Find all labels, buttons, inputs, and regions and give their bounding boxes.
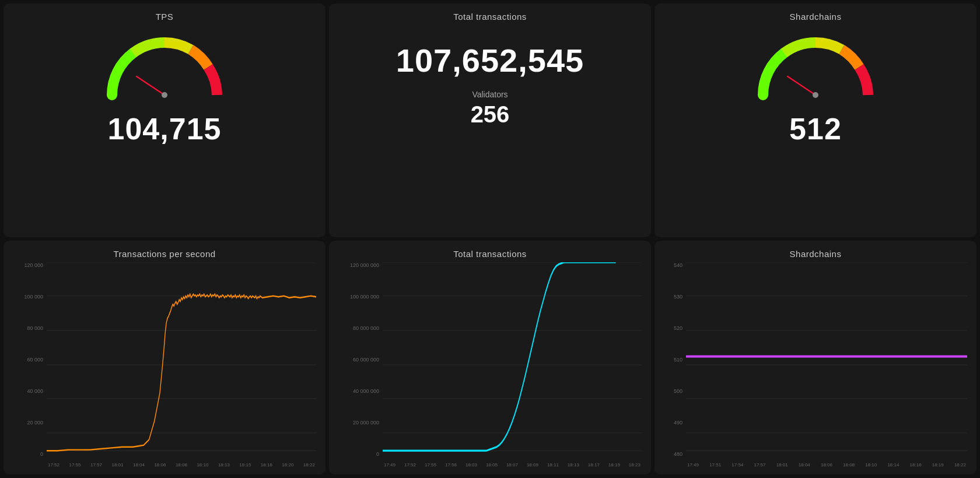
shardchains-value: 512	[789, 111, 842, 146]
total-tx-chart-area: 120 000 000 100 000 000 80 000 000 60 00…	[338, 262, 642, 468]
tps-value: 104,715	[108, 111, 222, 146]
tps-title: TPS	[156, 12, 174, 22]
shardchains-chart-inner: 17:49 17:51 17:54 17:57 18:01 18:04 18:0…	[686, 262, 967, 468]
tps-chart-title: Transactions per second	[113, 249, 215, 259]
shardchains-gauge	[751, 31, 880, 101]
total-tx-chart-panel: Total transactions 120 000 000 100 000 0…	[329, 241, 651, 475]
shardchains-chart-panel: Shardchains 540 530 520 510 500 490 480	[654, 241, 977, 475]
tps-chart-area: 120 000 100 000 80 000 60 000 40 000 20 …	[13, 262, 316, 468]
shardchains-chart-title: Shardchains	[790, 249, 842, 259]
total-tx-chart-inner: 17:49 17:52 17:55 17:58 18:03 18:05 18:0…	[383, 262, 642, 468]
tps-y-axis: 120 000 100 000 80 000 60 000 40 000 20 …	[13, 262, 47, 468]
shardchains-chart-area: 540 530 520 510 500 490 480 17:49 17	[664, 262, 967, 468]
svg-line-0	[136, 76, 164, 95]
total-tx-panel: Total transactions 107,652,545 Validator…	[329, 3, 651, 237]
validators-label: Validators	[472, 90, 508, 99]
total-tx-x-axis: 17:49 17:52 17:55 17:58 18:03 18:05 18:0…	[383, 457, 642, 468]
shardchains-x-axis: 17:49 17:51 17:54 17:57 18:01 18:04 18:0…	[686, 457, 967, 468]
validators-value: 256	[471, 101, 510, 128]
svg-point-3	[813, 92, 818, 98]
total-tx-title: Total transactions	[453, 12, 527, 22]
svg-line-2	[788, 76, 816, 95]
svg-point-1	[162, 92, 167, 98]
total-tx-chart-title: Total transactions	[453, 249, 527, 259]
shardchains-title: Shardchains	[790, 12, 842, 22]
shardchains-panel: Shardchains 512	[654, 3, 977, 237]
shardchains-y-axis: 540 530 520 510 500 490 480	[664, 262, 686, 468]
tps-gauge	[100, 31, 229, 101]
tps-chart-inner: 17:52 17:55 17:57 18:01 18:04 18:06 18:0…	[47, 262, 316, 468]
tps-x-axis: 17:52 17:55 17:57 18:01 18:04 18:06 18:0…	[47, 457, 316, 468]
tps-panel: TPS 104,715	[4, 3, 326, 237]
tps-chart-panel: Transactions per second 120 000 100 000 …	[4, 241, 326, 475]
total-tx-value: 107,652,545	[396, 41, 584, 79]
total-tx-y-axis: 120 000 000 100 000 000 80 000 000 60 00…	[338, 262, 383, 468]
